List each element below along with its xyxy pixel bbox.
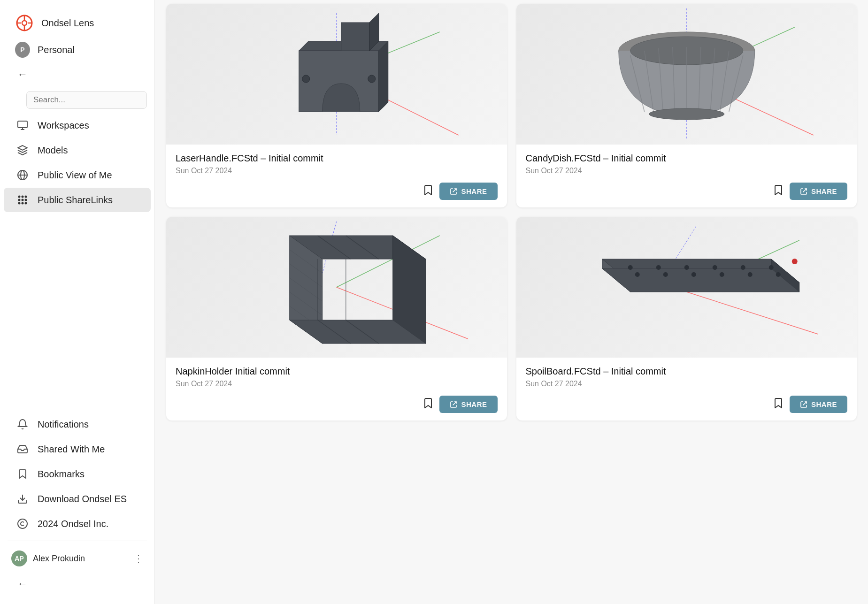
inbox-icon — [15, 442, 30, 457]
svg-point-78 — [768, 265, 773, 270]
bookmark-icon — [15, 466, 30, 482]
svg-point-80 — [663, 272, 668, 277]
sidebar-item-personal[interactable]: P Personal — [4, 38, 151, 62]
svg-point-84 — [776, 272, 780, 277]
ondsel-logo-icon — [15, 14, 34, 32]
svg-point-16 — [22, 199, 23, 201]
back-arrow-bottom-icon: ← — [15, 576, 30, 591]
sidebar-item-label-models: Models — [38, 145, 68, 156]
card-actions-candy-dish: SHARE — [526, 183, 848, 200]
card-title-laser-handle: LaserHandle.FCStd – Initial commit — [176, 153, 498, 164]
svg-point-20 — [25, 203, 27, 204]
share-button-laser-handle[interactable]: SHARE — [439, 183, 497, 200]
sidebar-item-models[interactable]: Models — [4, 138, 151, 162]
sidebar-item-public-sharelinks[interactable]: Public ShareLinks — [4, 188, 151, 212]
sidebar-item-copyright[interactable]: 2024 Ondsel Inc. — [4, 512, 151, 536]
search-input[interactable] — [26, 91, 147, 109]
svg-point-85 — [791, 259, 797, 264]
card-body-laser-handle: LaserHandle.FCStd – Initial commit Sun O… — [166, 145, 507, 207]
bookmark-button-napkin-holder[interactable] — [422, 396, 435, 413]
sidebar-item-back-bottom[interactable]: ← — [4, 572, 151, 596]
workspaces-icon — [15, 118, 30, 133]
card-actions-napkin-holder: SHARE — [176, 396, 498, 413]
card-title-spoilboard: SpoilBoard.FCStd – Initial commit — [526, 366, 848, 377]
svg-point-19 — [22, 203, 23, 204]
sidebar-item-label-download: Download Ondsel ES — [38, 494, 127, 505]
globe-icon — [15, 168, 30, 183]
sidebar-item-label-shared-with-me: Shared With Me — [38, 444, 105, 455]
svg-point-15 — [19, 199, 20, 201]
svg-point-30 — [368, 75, 376, 83]
sidebar-item-label-personal: Personal — [38, 45, 75, 55]
sidebar-item-ondsel-lens[interactable]: Ondsel Lens — [4, 9, 151, 37]
svg-point-79 — [635, 272, 639, 277]
share-button-spoilboard[interactable]: SHARE — [790, 396, 847, 413]
card-actions-spoilboard: SHARE — [526, 396, 848, 413]
svg-rect-31 — [341, 23, 369, 51]
card-napkin-holder: NapkinHolder Initial commit Sun Oct 27 2… — [166, 217, 507, 421]
sidebar-item-label-copyright: 2024 Ondsel Inc. — [38, 519, 108, 529]
svg-point-77 — [740, 265, 745, 270]
svg-point-47 — [649, 108, 724, 120]
download-icon — [15, 491, 30, 506]
user-row: AP Alex Prokudin ⋮ — [0, 546, 154, 571]
grid-icon — [15, 192, 30, 207]
sidebar-item-label-public-sharelinks: Public ShareLinks — [38, 195, 113, 206]
sidebar-item-shared-with-me[interactable]: Shared With Me — [4, 437, 151, 461]
sidebar-item-public-view[interactable]: Public View of Me — [4, 163, 151, 187]
card-preview-napkin-holder — [166, 217, 507, 358]
svg-point-74 — [656, 265, 661, 270]
sidebar: Ondsel Lens P Personal ← — [0, 0, 155, 604]
svg-point-12 — [19, 196, 20, 198]
svg-point-81 — [691, 272, 696, 277]
sidebar-item-label-workspaces: Workspaces — [38, 120, 89, 131]
card-title-napkin-holder: NapkinHolder Initial commit — [176, 366, 498, 377]
svg-point-82 — [719, 272, 724, 277]
sidebar-divider — [8, 541, 147, 541]
card-title-candy-dish: CandyDish.FCStd – Initial commit — [526, 153, 848, 164]
card-preview-spoilboard — [516, 217, 857, 358]
card-date-laser-handle: Sun Oct 27 2024 — [176, 167, 498, 175]
user-menu-button[interactable]: ⋮ — [134, 553, 143, 564]
card-body-candy-dish: CandyDish.FCStd – Initial commit Sun Oct… — [516, 145, 857, 207]
sidebar-item-label-ondsel-lens: Ondsel Lens — [41, 18, 94, 29]
sidebar-item-workspaces[interactable]: Workspaces — [4, 113, 151, 138]
card-spoilboard: SpoilBoard.FCStd – Initial commit Sun Oc… — [516, 217, 857, 421]
share-button-candy-dish[interactable]: SHARE — [790, 183, 847, 200]
avatar: AP — [11, 550, 27, 566]
svg-line-66 — [672, 226, 696, 264]
sidebar-item-label-public-view: Public View of Me — [38, 170, 112, 181]
models-icon — [15, 143, 30, 158]
card-body-spoilboard: SpoilBoard.FCStd – Initial commit Sun Oc… — [516, 358, 857, 421]
svg-point-76 — [712, 265, 717, 270]
sidebar-item-label-notifications: Notifications — [38, 419, 89, 430]
sidebar-item-notifications[interactable]: Notifications — [4, 412, 151, 436]
card-candy-dish: CandyDish.FCStd – Initial commit Sun Oct… — [516, 4, 857, 207]
svg-marker-72 — [602, 268, 799, 292]
sidebar-item-back[interactable]: ← — [4, 62, 151, 87]
sidebar-top: Ondsel Lens P Personal ← — [0, 0, 154, 216]
svg-line-67 — [686, 292, 818, 334]
bookmark-button-laser-handle[interactable] — [422, 183, 435, 199]
svg-point-73 — [628, 265, 632, 270]
bookmark-button-candy-dish[interactable] — [772, 183, 785, 199]
card-date-candy-dish: Sun Oct 27 2024 — [526, 167, 848, 175]
card-body-napkin-holder: NapkinHolder Initial commit Sun Oct 27 2… — [166, 358, 507, 421]
card-laser-handle: LaserHandle.FCStd – Initial commit Sun O… — [166, 4, 507, 207]
user-name: Alex Prokudin — [33, 554, 128, 564]
svg-marker-28 — [379, 41, 388, 112]
back-arrow-icon: ← — [15, 67, 30, 82]
bookmark-button-spoilboard[interactable] — [772, 396, 785, 413]
sidebar-item-bookmarks[interactable]: Bookmarks — [4, 462, 151, 486]
copyright-icon — [15, 516, 30, 531]
sidebar-item-download[interactable]: Download Ondsel ES — [4, 487, 151, 511]
bell-icon — [15, 417, 30, 432]
svg-rect-6 — [18, 121, 27, 128]
svg-point-29 — [302, 75, 310, 83]
card-actions-laser-handle: SHARE — [176, 183, 498, 200]
svg-point-18 — [19, 203, 20, 204]
svg-point-17 — [25, 199, 27, 201]
personal-icon: P — [15, 42, 30, 57]
svg-point-1 — [22, 21, 27, 25]
share-button-napkin-holder[interactable]: SHARE — [439, 396, 497, 413]
